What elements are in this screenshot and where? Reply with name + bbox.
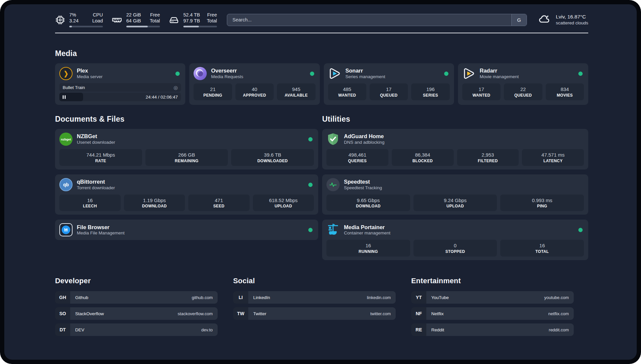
disk-icon [168,15,179,25]
search-engine-button[interactable]: G [511,14,527,26]
ram-free-value: 22 GiB [126,12,141,18]
app-card-filebrowser[interactable]: File Browser Media File Management [55,220,318,240]
app-card-nzbget[interactable]: nzbget NZBGet Usenet downloader 744.21 M… [55,129,318,169]
app-card-overseerr[interactable]: Overseerr Media Requests 21 PENDING 40 A… [189,63,320,105]
stat-tile: 0.993 ms PING [500,195,584,211]
stat-label: SEED [190,203,248,209]
app-card-radarr[interactable]: Radarr Movie management 17 WANTED 22 QUE… [458,63,588,105]
search-bar[interactable]: G [227,14,527,26]
stat-tile: 0 STOPPED [413,240,497,257]
bookmark-group-developer: Developer GH Github github.com SO StackO… [55,277,218,340]
status-online-dot [308,183,313,187]
stat-tile: 16 LEECH [59,195,121,211]
adguard-icon [326,133,340,146]
app-card-portainer[interactable]: Media Portainer Container management 16 … [322,220,588,260]
bookmark-abbr: GH [55,291,70,304]
plex-now-playing: Bullet Train ◎ 24:44 / 02:06:47 [59,83,181,101]
bookmark-name: StackOverflow [75,311,178,316]
bookmark-url: stackoverflow.com [178,311,213,316]
bookmark-dev[interactable]: DT DEV dev.to [55,323,218,336]
status-online-dot [308,137,313,141]
stat-value: 39.6 TB [233,152,312,158]
bookmark-group-entertainment: Entertainment YT YouTube youtube.com NF … [411,277,574,340]
stat-label: TOTAL [502,249,582,254]
bookmark-reddit[interactable]: RE Reddit reddit.com [411,323,574,336]
bookmark-name: Reddit [431,327,549,332]
app-name: NZBGet [77,133,115,140]
app-card-sonarr[interactable]: Sonarr Series management 485 WANTED 17 Q… [324,63,454,105]
app-card-plex[interactable]: ❯ Plex Media server Bullet Train ◎ [55,63,185,105]
app-card-qbittorrent[interactable]: qb qBittorrent Torrent downloader 16 LEE… [55,174,318,215]
stat-label: UPLOAD [255,203,312,209]
stat-value: 485 [330,86,364,93]
stat-label: FILTERED [459,158,517,164]
status-online-dot [578,72,583,76]
filebrowser-icon [59,223,73,236]
status-online-dot [310,72,314,76]
system-stats: 7% 3.24 CPU Load [55,12,217,27]
app-name: qBittorrent [77,178,115,185]
stat-value: 471 [190,197,248,204]
stat-label: WANTED [464,93,499,98]
stat-value: 945 [279,86,313,93]
bookmark-abbr: DT [55,323,70,336]
stat-tile: 266 GB REMAINING [145,149,228,166]
cpu-label: CPU [92,12,103,18]
pause-icon[interactable] [63,95,66,99]
playback-progress-bar[interactable]: 24:44 / 02:06:47 [59,93,181,101]
stat-tile: 498,461 QUERIES [326,149,388,166]
section-title-media: Media [55,49,588,58]
stat-tile: 9.24 Gbps UPLOAD [413,195,497,211]
bookmark-linkedin[interactable]: LI LinkedIn linkedin.com [233,291,396,304]
top-bar: 7% 3.24 CPU Load [55,12,588,27]
stat-value: 0 [415,242,495,249]
app-subtitle: Usenet downloader [77,140,115,145]
bookmark-github[interactable]: GH Github github.com [55,291,218,304]
screenshot-frame: 7% 3.24 CPU Load [0,0,641,364]
bookmark-netflix[interactable]: NF Netflix netflix.com [411,307,574,320]
portainer-icon [326,223,340,236]
stat-label: RATE [61,158,140,164]
session-icon[interactable]: ◎ [173,85,178,90]
dashboard: 7% 3.24 CPU Load [4,4,637,360]
stat-label: STOPPED [415,249,495,254]
header-divider [55,33,588,33]
stat-tile: 47.571 ms LATENCY [522,149,584,166]
sonarr-icon [328,67,341,80]
stat-value: 16 [328,242,408,249]
app-subtitle: Container management [344,230,390,236]
utilities-column: Utilities AdGuard Home [322,115,588,260]
stat-value: 21 [196,86,230,93]
stat-tile: 9.65 Gbps DOWNLOAD [326,195,410,211]
app-subtitle: Media server [77,74,103,80]
bookmark-youtube[interactable]: YT YouTube youtube.com [411,291,574,304]
stat-value: 744.21 Mbps [61,152,140,158]
bookmark-url: reddit.com [549,327,569,332]
stat-label: SERIES [413,93,447,98]
bookmark-abbr: RE [411,323,426,336]
stat-value: 86,384 [394,152,452,158]
stat-label: REMAINING [147,158,226,164]
cpu-stat: 7% 3.24 CPU Load [55,12,103,27]
stat-label: BLOCKED [394,158,452,164]
app-card-adguard[interactable]: AdGuard Home DNS and adblocking 498,461 … [322,129,588,169]
app-subtitle: Speedtest Tracking [344,185,382,191]
search-input[interactable] [227,14,511,26]
stat-tile: 744.21 Mbps RATE [59,149,142,166]
bookmark-twitter[interactable]: TW Twitter twitter.com [233,307,396,320]
stat-label: UPLOAD [415,203,495,209]
section-title-social: Social [233,277,396,285]
bookmark-stackoverflow[interactable]: SO StackOverflow stackoverflow.com [55,307,218,320]
bookmark-abbr: LI [233,291,248,304]
qbittorrent-icon: qb [59,178,73,191]
stat-value: 834 [548,86,582,93]
status-online-dot [444,72,448,76]
app-card-speedtest[interactable]: Speedtest Speedtest Tracking 9.65 Gbps D… [322,174,588,215]
stat-label: DOWNLOADED [233,158,312,164]
stat-value: 16 [61,197,119,204]
app-name: Media Portainer [344,224,390,231]
app-name: File Browser [77,224,125,231]
status-online-dot [308,228,313,232]
speedtest-icon [326,178,340,191]
section-title-utilities: Utilities [322,115,588,124]
